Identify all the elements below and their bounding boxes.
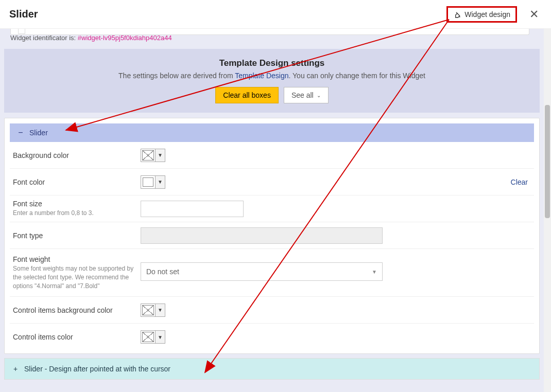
font-color-picker[interactable]: ▼	[141, 175, 165, 189]
row-font-size: Font size Enter a number from 0,8 to 3.	[10, 195, 534, 222]
color-swatch-transparent	[141, 304, 156, 316]
paint-bucket-icon	[453, 10, 461, 19]
font-weight-select[interactable]: Do not set ▼	[141, 262, 383, 281]
label-font-weight: Font weight	[13, 255, 141, 263]
label-font-type: Font type	[13, 231, 141, 240]
slider-settings-panel: − Slider Background color ▼ Font color ▼	[4, 118, 540, 354]
svg-point-0	[459, 16, 460, 17]
color-swatch-transparent	[141, 331, 156, 343]
chevron-down-icon: ▼	[156, 304, 165, 316]
close-icon: ✕	[529, 8, 539, 21]
label-control-items-color: Control items color	[13, 333, 141, 341]
accordion-slider-hover-closed[interactable]: + Slider - Design after pointed at with …	[4, 358, 540, 380]
accordion-slider-open[interactable]: − Slider	[10, 123, 534, 142]
widget-design-button[interactable]: Widget design	[446, 6, 517, 23]
widget-identificator-bar: Widget identificator is: #widget-lv95pj5…	[0, 29, 544, 49]
label-font-size: Font size	[13, 200, 141, 208]
minus-icon: −	[17, 129, 24, 137]
close-button[interactable]: ✕	[526, 7, 542, 22]
row-background-color: Background color ▼	[10, 142, 534, 169]
font-size-input[interactable]	[141, 201, 244, 217]
label-font-color: Font color	[13, 178, 141, 186]
sublabel-font-size: Enter a number from 0,8 to 3.	[13, 209, 141, 218]
row-font-color: Font color ▼ Clear	[10, 169, 534, 195]
color-swatch-white	[141, 176, 156, 188]
hero-title: Template Design settings	[4, 58, 540, 68]
label-control-items-bg: Control items background color	[13, 306, 141, 314]
plus-icon: +	[12, 365, 19, 373]
chevron-down-icon: ▼	[156, 331, 165, 343]
template-design-link[interactable]: Template Design	[235, 72, 288, 80]
row-font-weight: Font weight Some font weights may not be…	[10, 249, 534, 297]
chevron-down-icon: ▼	[156, 149, 165, 162]
row-control-items-bg: Control items background color ▼	[10, 297, 534, 324]
see-all-button[interactable]: See all ⌄	[284, 87, 329, 103]
chevron-down-icon: ⌄	[317, 93, 321, 98]
color-swatch-transparent	[141, 149, 156, 162]
control-items-color-picker[interactable]: ▼	[141, 330, 165, 344]
page-title: Slider	[9, 8, 38, 20]
clear-font-color-link[interactable]: Clear	[511, 178, 528, 186]
template-design-hero: Template Design settings The settings be…	[4, 49, 540, 113]
label-background-color: Background color	[13, 151, 141, 159]
hero-description: The settings below are derived from Temp…	[4, 72, 540, 80]
background-color-picker[interactable]: ▼	[141, 149, 165, 162]
clear-all-boxes-button[interactable]: Clear all boxes	[215, 87, 279, 103]
previous-panel-edge	[10, 29, 529, 35]
font-type-input[interactable]	[141, 227, 383, 244]
row-font-type: Font type	[10, 222, 534, 249]
chevron-down-icon: ▼	[372, 269, 377, 275]
vertical-scrollbar[interactable]	[544, 29, 551, 392]
row-control-items-color: Control items color ▼	[10, 324, 534, 350]
widget-id-value: #widget-lv95pj5f0kdiahp402a44	[78, 34, 172, 42]
control-items-bg-picker[interactable]: ▼	[141, 304, 165, 317]
scrollbar-thumb[interactable]	[545, 105, 550, 218]
sublabel-font-weight: Some font weights may not be supported b…	[13, 264, 141, 290]
chevron-down-icon: ▼	[156, 176, 165, 188]
